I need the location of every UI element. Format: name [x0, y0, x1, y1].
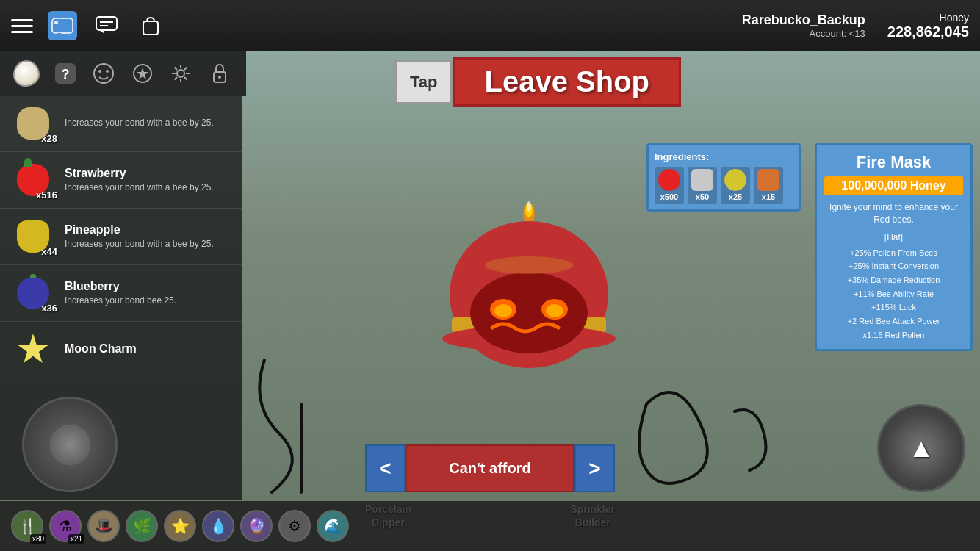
nav-face[interactable]	[89, 59, 118, 88]
nav-icon-speech[interactable]	[92, 11, 121, 40]
svg-marker-14	[137, 68, 148, 79]
svg-point-12	[106, 70, 109, 73]
action-wave-icon: 🌊	[317, 510, 349, 542]
pineapple-info: Pineapple Increases your bond with a bee…	[59, 223, 235, 251]
strawberry-info: Strawberry Increases your bond with a be…	[59, 167, 235, 194]
stat-7: x1.15 Red Pollen	[824, 328, 963, 342]
mooncharm-name: Moon Charm	[65, 342, 235, 356]
account-label: Account: <13	[742, 28, 865, 39]
nav-question[interactable]: ?	[51, 59, 80, 88]
joystick-left[interactable]	[22, 397, 118, 492]
shop-item-pineapple[interactable]: x44 Pineapple Increases your bond with a…	[0, 209, 242, 265]
bottom-action-bar: 🍴 x80 ⚗ x21 🎩 🌿 ⭐ 💧 🔮 ⚙ 🌊	[0, 501, 980, 551]
nav-icon-chat-active[interactable]	[48, 11, 77, 40]
honey-amount: 228,862,045	[887, 24, 969, 40]
blueberry-count: x36	[41, 303, 57, 314]
egg-icon	[13, 60, 40, 87]
jump-outer: ▲	[877, 404, 965, 492]
top-bar: Rarebucko_Backup Account: <13 Honey 228,…	[0, 0, 980, 51]
username: Rarebucko_Backup	[742, 12, 865, 28]
shop-prev-arrow[interactable]: <	[365, 444, 406, 492]
action-fork-count: x80	[30, 534, 46, 544]
honey-section: Honey 228,862,045	[887, 12, 969, 40]
svg-point-24	[470, 273, 588, 353]
blueberry-desc: Increases your bond bee 25.	[65, 295, 235, 307]
action-water-icon: 💧	[202, 510, 234, 542]
action-orb-icon: 🔮	[240, 510, 273, 542]
svg-point-27	[494, 304, 512, 317]
nav-badge[interactable]	[128, 59, 157, 88]
action-item-8[interactable]: 🌊	[317, 510, 349, 542]
svg-rect-2	[54, 21, 58, 24]
shop-next-arrow[interactable]: >	[574, 444, 615, 492]
joystick-outer	[22, 397, 118, 492]
action-green-icon: 🌿	[126, 510, 158, 542]
svg-marker-1	[57, 33, 61, 36]
strawberry-icon-wrapper: x516	[7, 158, 59, 202]
stat-1: +25% Pollen From Bees	[824, 246, 963, 260]
tap-label: Tap	[394, 60, 453, 104]
secondary-nav: ?	[0, 51, 246, 96]
jump-button[interactable]: ▲	[877, 404, 965, 492]
top-nav-icons	[48, 11, 165, 40]
blueberry-icon-wrapper: x36	[7, 271, 59, 315]
shop-item-mooncharm[interactable]: Moon Charm	[0, 322, 242, 378]
jump-arrow-icon: ▲	[908, 433, 934, 464]
nav-lock[interactable]	[205, 59, 234, 88]
mooncharm-icon-wrapper	[7, 328, 59, 372]
action-star-icon: ⭐	[164, 510, 196, 542]
mooncharm-icon	[17, 334, 49, 366]
svg-point-15	[177, 70, 184, 77]
leave-shop-button[interactable]: Leave Shop	[453, 57, 681, 107]
cant-afford-button[interactable]: Can't afford	[406, 444, 574, 492]
svg-point-17	[218, 76, 221, 79]
fire-mask-flavor: Ignite your mind to enhance your Red bee…	[824, 201, 963, 226]
nav-icon-bag[interactable]	[136, 11, 165, 40]
action-item-6[interactable]: 🔮	[240, 510, 273, 542]
action-item-2[interactable]: 🎩	[87, 510, 120, 542]
strawberry-desc: Increases your bond with a bee by 25.	[65, 182, 235, 194]
action-item-3[interactable]: 🌿	[126, 510, 158, 542]
prev-item-icon-wrapper: x28	[7, 101, 59, 145]
stat-4: +11% Bee Ability Rate	[824, 287, 963, 301]
svg-point-20	[527, 201, 531, 212]
strawberry-count: x516	[36, 190, 57, 201]
nav-egg[interactable]	[12, 59, 41, 88]
fire-mask-3d	[433, 192, 624, 405]
svg-point-11	[98, 70, 101, 73]
shop-item-strawberry[interactable]: x516 Strawberry Increases your bond with…	[0, 152, 242, 209]
blueberry-name: Blueberry	[65, 280, 235, 293]
stat-2: +25% Instant Conversion	[824, 259, 963, 273]
action-hat-icon: 🎩	[87, 510, 120, 542]
action-item-1[interactable]: ⚗ x21	[49, 510, 82, 542]
nav-settings[interactable]	[166, 59, 195, 88]
shop-navigation: < Can't afford >	[365, 444, 615, 492]
user-info: Rarebucko_Backup Account: <13	[742, 12, 865, 39]
action-item-4[interactable]: ⭐	[164, 510, 196, 542]
svg-text:?: ?	[61, 67, 69, 82]
fire-mask-stats: +25% Pollen From Bees +25% Instant Conve…	[824, 246, 963, 342]
fire-mask-panel: Fire Mask 100,000,000 Honey Ignite your …	[815, 143, 973, 351]
mooncharm-info: Moon Charm	[59, 342, 235, 358]
shop-item-prev[interactable]: x28 Increases your bond with a bee by 25…	[0, 96, 242, 152]
pineapple-icon-wrapper: x44	[7, 215, 59, 259]
action-item-5[interactable]: 💧	[202, 510, 234, 542]
action-item-0[interactable]: 🍴 x80	[11, 510, 43, 542]
prev-item-desc: Increases your bond with a bee by 25.	[65, 118, 235, 129]
svg-point-29	[485, 256, 573, 274]
strawberry-name: Strawberry	[65, 167, 235, 180]
shop-item-blueberry[interactable]: x36 Blueberry Increases your bond bee 25…	[0, 265, 242, 322]
fire-mask-display-area	[246, 96, 811, 501]
svg-point-10	[94, 64, 113, 83]
stat-3: +35% Damage Reduction	[824, 273, 963, 287]
blueberry-info: Blueberry Increases your bond bee 25.	[59, 280, 235, 307]
action-item-7[interactable]: ⚙	[278, 510, 311, 542]
prev-item-count: x28	[41, 133, 57, 144]
pineapple-count: x44	[41, 246, 57, 257]
pineapple-desc: Increases your bond with a bee by 25.	[65, 239, 235, 251]
honey-label: Honey	[887, 12, 969, 24]
svg-rect-0	[52, 18, 73, 33]
svg-rect-7	[143, 21, 158, 35]
joystick-inner	[50, 425, 90, 465]
hamburger-menu[interactable]	[11, 19, 33, 33]
